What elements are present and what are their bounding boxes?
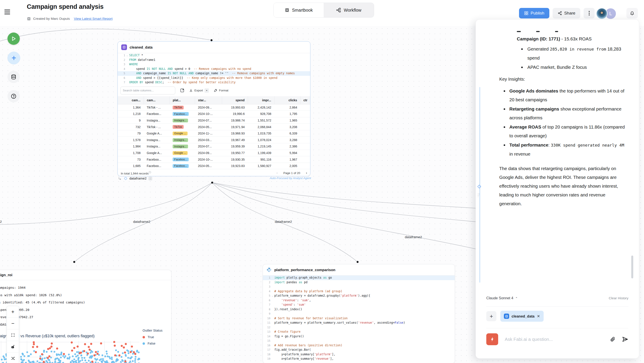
remove-chip-icon[interactable]: ✕	[537, 314, 540, 319]
code-line: 18 y=platform_summary['platform'],	[263, 352, 455, 357]
key-insights-label: Key Insights:	[499, 75, 629, 84]
page-title: Campaign spend analysis	[27, 3, 104, 10]
edge-dataframe-label: dataframe2	[275, 220, 292, 224]
legend-title: Outlier Status	[142, 328, 170, 332]
sql-node-icon	[121, 44, 127, 50]
next-page-button[interactable]: ›	[306, 171, 307, 175]
output-dataframe-label[interactable]: dataframe2	[129, 176, 146, 180]
insight-bullet: Total performance: 330K spend generated …	[499, 141, 629, 158]
tab-smartbook[interactable]: Smartbook	[274, 3, 324, 17]
add-node-button[interactable]: +	[8, 52, 20, 64]
notifications-button[interactable]	[626, 8, 638, 19]
sql-editor[interactable]: 1⌄SELECT *2FROM dataframe13WHERE4 spend …	[118, 53, 310, 85]
model-selector[interactable]: Claude Sonnet 4 ⌃	[486, 296, 518, 300]
format-button[interactable]: Format	[214, 89, 228, 92]
share-button[interactable]: Share	[553, 8, 580, 19]
column-header[interactable]: spend	[222, 96, 248, 104]
code-line: 4 spend IS NOT NULL AND spend > 0 -- Rem…	[118, 67, 310, 71]
question-icon	[11, 93, 16, 99]
code-line: 10# Sort by revenue for better visualiza…	[263, 316, 455, 321]
code-line: 16# Add revenue bars (positive direction…	[263, 343, 455, 348]
ask-question-input[interactable]	[504, 336, 604, 342]
node-title: campaign_roi	[0, 273, 12, 277]
shuffle-layout-button[interactable]	[7, 353, 19, 363]
code-line: 7 'spend': 'sum'	[263, 302, 455, 307]
clear-history-button[interactable]: Clear History	[609, 296, 628, 300]
attach-icon[interactable]	[610, 336, 616, 342]
column-header[interactable]: plat...	[170, 96, 195, 104]
export-button[interactable]: Export ▾	[189, 88, 209, 93]
context-chip-cleaned-data[interactable]: cleaned_data ✕	[500, 311, 544, 322]
edge-dataframe-label: dataframe2	[133, 220, 150, 224]
pin-message-icon[interactable]	[477, 184, 482, 189]
fabi-logo	[486, 333, 498, 345]
column-header[interactable]: cam...	[118, 96, 144, 104]
help-button[interactable]	[8, 90, 20, 102]
code-line: 11platform_summary = platform_summary.so…	[263, 320, 455, 325]
chevron-up-icon: ⌃	[515, 297, 518, 300]
column-header[interactable]: impr...	[248, 96, 274, 104]
platform-badge: Instagra...	[173, 138, 188, 142]
column-header[interactable]: cam...	[144, 96, 170, 104]
column-header[interactable]: star...	[195, 96, 222, 104]
table-row: 1,364 TikTok - ... TikTok 2024-09... 19,…	[118, 104, 310, 111]
output-menu-handle[interactable]: ⋮	[148, 177, 152, 180]
code-line: 6 'revenue': 'sum',	[263, 298, 455, 303]
run-workflow-button[interactable]	[8, 33, 20, 45]
clipped-text-remnant	[499, 31, 629, 33]
column-header[interactable]: clicks	[274, 96, 300, 104]
tab-workflow[interactable]: Workflow	[324, 3, 374, 17]
node-campaign-roi[interactable]: campaign_roi Total campaigns: 1944 Campa…	[0, 270, 171, 363]
records-count: In total 1,944 recordsⓘ	[121, 171, 151, 175]
python-node-icon	[266, 267, 272, 272]
legend-item-false: False	[142, 342, 170, 345]
ai-assistant-panel: ∶∶∶ Campaign (ID: 1771) - 15.63x ROAS Ge…	[476, 19, 639, 358]
drag-handle-icon[interactable]: ∶∶∶	[478, 193, 480, 197]
lock-icon	[11, 345, 15, 349]
code-line: 1⌄SELECT *	[118, 53, 310, 58]
chart-legend: Outlier Status True False	[142, 328, 170, 348]
zoom-in-button[interactable]: +	[7, 306, 19, 318]
node-title: cleaned_data	[130, 45, 153, 50]
avatar-photo[interactable]	[596, 8, 608, 19]
expand-table-icon[interactable]	[180, 88, 184, 93]
zoom-out-button[interactable]: −	[7, 318, 19, 329]
insight-bullet: Google Ads dominates the top performers …	[499, 87, 629, 104]
share-icon	[558, 11, 562, 15]
node-platform-performance[interactable]: platform_performance_comparison 1import …	[263, 264, 455, 363]
platform-badge: TikTok	[173, 125, 184, 129]
scrollbar-thumb[interactable]	[631, 255, 633, 278]
result-table: cam...cam...plat...star...spendimpr...cl…	[118, 96, 310, 169]
search-input[interactable]: Search table columns...	[120, 87, 175, 95]
edge-dataframe-label: dataframe2	[405, 235, 422, 239]
add-context-button[interactable]: +	[486, 311, 496, 321]
sql-chip-icon	[504, 313, 509, 319]
insight-bullet: Retargeting campaigns show exceptional p…	[499, 105, 629, 122]
view-toggle: Smartbook Workflow	[274, 3, 374, 18]
export-options-chevron[interactable]: ▾	[204, 88, 209, 93]
send-icon[interactable]	[622, 336, 628, 342]
table-row: 732 TikTok - ... TikTok 2024-05... 19,97…	[118, 124, 310, 130]
prev-page-button[interactable]: ‹	[276, 171, 278, 175]
platform-badge: Instagra...	[173, 145, 188, 148]
kebab-icon	[589, 11, 590, 16]
format-pen-icon	[214, 89, 218, 92]
fit-view-button[interactable]	[7, 329, 19, 341]
smart-report-link[interactable]: View Latest Smart Report	[74, 17, 112, 21]
data-sources-button[interactable]	[8, 71, 20, 83]
python-editor[interactable]: 1import plotly.graph_objects as go2impor…	[263, 275, 455, 361]
code-line: 14fig = go.Figure()	[263, 334, 455, 339]
code-line: 4# Aggregate data by platform (ad group)	[263, 289, 455, 294]
table-row: 1,218 Faceboo... Faceboo... 2024-10-... …	[118, 111, 310, 117]
node-cleaned-data[interactable]: cleaned_data 1⌄SELECT *2FROM dataframe13…	[118, 41, 310, 176]
code-line: 13# Create figure	[263, 329, 455, 334]
publish-grid-icon	[524, 11, 528, 15]
dataframe-diamond-icon	[124, 177, 128, 180]
code-line: 5 AND campaign_name IS NOT NULL AND camp…	[118, 71, 310, 76]
more-options-button[interactable]	[584, 8, 594, 19]
publish-button[interactable]: Publish	[519, 8, 549, 19]
menu-icon[interactable]	[4, 10, 10, 15]
lock-button[interactable]	[7, 341, 19, 353]
database-icon	[11, 74, 16, 80]
column-header[interactable]: ctr	[300, 96, 310, 104]
